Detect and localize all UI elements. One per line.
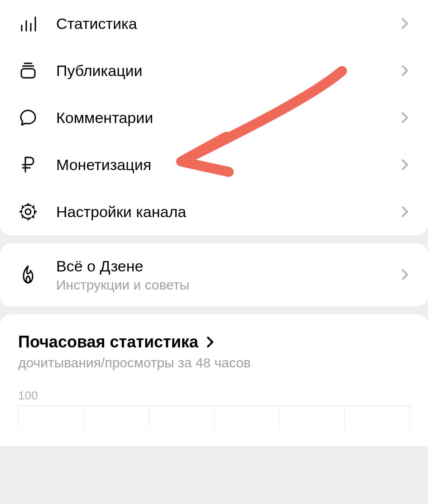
bar-chart-icon	[18, 14, 38, 33]
menu-item-label: Статистика	[56, 14, 400, 33]
chevron-right-icon	[400, 160, 410, 170]
about-card: Всё о Дзене Инструкции и советы	[0, 243, 428, 306]
gear-icon	[18, 202, 38, 222]
menu-item-channel-settings[interactable]: Настройки канала	[0, 188, 428, 235]
chart-column	[344, 406, 410, 428]
about-title: Всё о Дзене	[56, 257, 400, 276]
chart-column	[149, 406, 214, 428]
ruble-icon	[18, 155, 38, 175]
menu-item-publications[interactable]: Публикации	[0, 47, 428, 94]
svg-point-8	[21, 205, 35, 219]
menu-item-label: Настройки канала	[56, 203, 400, 221]
svg-point-7	[25, 209, 31, 214]
menu-item-text: Статистика	[56, 14, 400, 33]
menu-item-statistics[interactable]: Статистика	[0, 0, 428, 47]
chart-grid	[18, 405, 410, 428]
chart-column	[279, 406, 344, 428]
menu-item-text: Публикации	[56, 62, 400, 80]
menu-item-text: Настройки канала	[56, 203, 400, 221]
chart-column	[18, 406, 83, 428]
menu-item-comments[interactable]: Комментарии	[0, 94, 428, 141]
hourly-subtitle: дочитывания/просмотры за 48 часов	[18, 355, 410, 371]
chevron-right-icon	[400, 66, 410, 76]
menu-item-label: Комментарии	[56, 109, 400, 127]
hourly-title: Почасовая статистика	[18, 333, 198, 352]
chart-column	[83, 406, 149, 428]
hourly-title-row[interactable]: Почасовая статистика	[18, 333, 410, 352]
hourly-chart: 100	[0, 375, 428, 428]
svg-rect-6	[21, 69, 35, 78]
menu-item-about-dzen[interactable]: Всё о Дзене Инструкции и советы	[0, 243, 428, 306]
comment-icon	[18, 108, 38, 128]
flame-icon	[18, 265, 38, 285]
hourly-stats-card: Почасовая статистика дочитывания/просмот…	[0, 314, 428, 446]
hourly-header: Почасовая статистика дочитывания/просмот…	[0, 314, 428, 375]
chevron-right-icon	[400, 207, 410, 217]
chevron-right-icon	[207, 336, 214, 348]
menu-item-label: Публикации	[56, 62, 400, 80]
menu-item-label: Монетизация	[56, 156, 400, 174]
menu-card: Статистика Публикации	[0, 0, 428, 235]
about-subtitle: Инструкции и советы	[56, 277, 400, 293]
menu-item-text: Монетизация	[56, 156, 400, 174]
chart-column	[214, 406, 279, 428]
menu-item-text: Всё о Дзене Инструкции и советы	[56, 257, 400, 293]
stack-icon	[18, 61, 38, 81]
chevron-right-icon	[400, 113, 410, 123]
menu-item-text: Комментарии	[56, 109, 400, 127]
chevron-right-icon	[400, 270, 410, 280]
menu-item-monetization[interactable]: Монетизация	[0, 141, 428, 188]
y-axis-tick: 100	[18, 389, 410, 403]
chevron-right-icon	[400, 19, 410, 29]
